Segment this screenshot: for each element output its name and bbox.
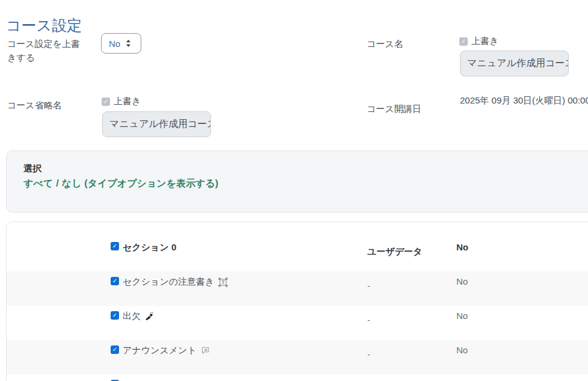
course-shortname-label: コース省略名	[7, 100, 62, 111]
activity-label: 出欠	[123, 311, 154, 322]
userdata-cell: -	[367, 315, 370, 325]
section-header-label: セクション 0	[123, 242, 176, 253]
table-row: セクションの注意書き T - No	[7, 271, 588, 306]
override-settings-select[interactable]: No	[101, 33, 141, 54]
activity-label: アナウンスメント	[123, 345, 210, 356]
activity-label: セクションの注意書き T	[123, 276, 228, 288]
course-shortname-override-checkbox-group: 上書き	[102, 96, 141, 107]
userdata-cell: -	[367, 281, 370, 291]
userdata-cell: -	[367, 350, 370, 359]
items-table: セクション 0 ユーザデータ No セクションの注意書き T - No 出	[6, 221, 588, 381]
value-column-header: No	[456, 242, 468, 252]
override-settings-label: コース設定を上書きする	[7, 37, 88, 64]
select-none-link[interactable]: なし	[62, 178, 82, 188]
value-cell: No	[456, 345, 468, 355]
section-checkbox[interactable]	[111, 242, 119, 250]
forum-icon	[201, 346, 210, 355]
course-name-override-checkbox	[459, 37, 468, 46]
row-checkbox[interactable]	[111, 277, 119, 285]
value-cell: No	[456, 311, 468, 321]
course-start-date-label: コース開講日	[367, 104, 421, 115]
course-shortname-override-checkbox	[102, 98, 110, 106]
show-type-options-link[interactable]: タイプオプションを表示する	[88, 178, 215, 188]
table-row: アナウンスメント - No	[7, 340, 588, 374]
selection-panel: 選択 すべて/なし(タイプオプションを表示する)	[6, 150, 588, 212]
close-paren: )	[215, 178, 218, 188]
table-row-partial	[7, 374, 588, 381]
label-icon: T	[218, 277, 228, 287]
course-name-label: コース名	[367, 39, 403, 50]
row-checkbox[interactable]	[111, 311, 119, 320]
course-shortname-override-checkbox-label: 上書き	[114, 96, 141, 107]
link-separator: /	[56, 178, 58, 188]
course-start-date-value: 2025年 09月 30日(火曜日) 00:00	[460, 95, 588, 107]
course-name-input	[460, 51, 569, 76]
select-updown-arrows-icon	[126, 39, 131, 48]
page-title: コース設定	[6, 16, 82, 36]
svg-text:T: T	[222, 279, 225, 285]
table-row: 出欠 - No	[7, 306, 588, 340]
userdata-column-header: ユーザデータ	[367, 246, 422, 258]
select-all-link[interactable]: すべて	[23, 178, 53, 188]
override-settings-select-value: No	[109, 39, 120, 49]
course-settings-page: { "page": { "title": "コース設定" }, "form": …	[0, 0, 588, 381]
value-cell: No	[456, 276, 468, 287]
course-name-override-checkbox-group: 上書き	[459, 36, 498, 47]
row-checkbox[interactable]	[111, 345, 119, 354]
selection-panel-title: 選択	[23, 163, 41, 175]
selection-links: すべて/なし(タイプオプションを表示する)	[23, 178, 218, 190]
course-shortname-input	[102, 111, 211, 137]
course-name-override-checkbox-label: 上書き	[471, 36, 498, 47]
attendance-icon	[145, 312, 154, 321]
